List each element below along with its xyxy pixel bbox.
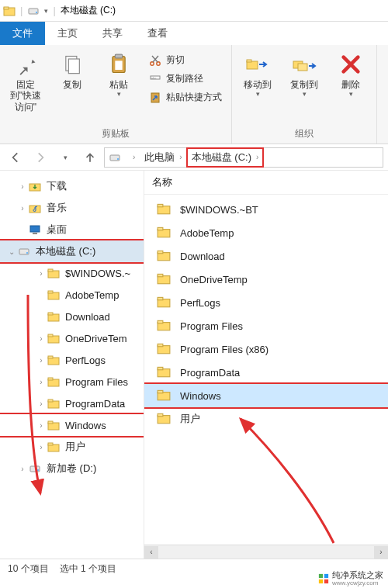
copy-button[interactable]: 复制 xyxy=(51,48,93,93)
paste-label: 粘贴 xyxy=(109,79,128,90)
svg-rect-37 xyxy=(48,378,53,380)
paste-shortcut-icon xyxy=(149,92,161,104)
tree-download[interactable]: Download xyxy=(0,306,144,327)
pin-icon xyxy=(12,51,39,78)
folder-icon xyxy=(157,248,172,264)
list-item-windows[interactable]: Windows xyxy=(144,384,388,407)
svg-rect-65 xyxy=(158,413,163,416)
paste-shortcut-button[interactable]: 粘贴快捷方式 xyxy=(144,88,227,106)
group-organize: 移动到 ▾ 复制到 ▾ 删除 ▾ 组织 xyxy=(232,45,377,144)
folder-icon xyxy=(157,341,172,357)
svg-rect-69 xyxy=(324,579,328,583)
tree-onedrive[interactable]: ›OneDriveTem xyxy=(0,327,144,349)
group-clipboard: 固定到"快速访问" 复制 粘贴 ▾ 剪切 xyxy=(0,45,232,144)
copy-to-icon xyxy=(291,51,317,78)
tree-music[interactable]: ›音乐 xyxy=(0,197,144,219)
copy-path-label: 复制路径 xyxy=(166,72,203,85)
chevron-down-icon: ▾ xyxy=(303,90,307,98)
list-item[interactable]: PerfLogs xyxy=(144,291,388,314)
svg-rect-23 xyxy=(33,233,37,234)
tree-desktop[interactable]: 桌面 xyxy=(0,219,144,240)
scroll-track[interactable] xyxy=(158,546,374,559)
move-to-button[interactable]: 移动到 ▾ xyxy=(237,48,279,101)
copy-label: 复制 xyxy=(63,79,81,90)
list-item[interactable]: Download xyxy=(144,244,388,268)
svg-rect-66 xyxy=(319,574,323,578)
scroll-left-button[interactable]: ‹ xyxy=(144,546,158,559)
tree-drive-c[interactable]: ⌄本地磁盘 (C:) xyxy=(0,240,144,262)
nav-back-button[interactable] xyxy=(5,147,26,168)
chevron-down-icon: ▾ xyxy=(349,90,353,98)
folder-icon xyxy=(3,5,16,17)
folder-icon xyxy=(157,411,172,427)
ribbon: 固定到"快速访问" 复制 粘贴 ▾ 剪切 xyxy=(0,45,388,144)
watermark-url: www.ycwjzy.com xyxy=(332,580,383,586)
tree-perflogs[interactable]: ›PerfLogs xyxy=(0,349,144,371)
horizontal-scrollbar[interactable]: ‹ › xyxy=(144,545,388,559)
tree-windows[interactable]: ›Windows xyxy=(0,414,144,436)
tab-view[interactable]: 查看 xyxy=(135,22,180,45)
svg-rect-7 xyxy=(115,54,122,58)
list-item[interactable]: OneDriveTemp xyxy=(144,268,388,291)
list-item[interactable]: AdobeTemp xyxy=(144,221,388,244)
list-item[interactable]: Program Files (x86) xyxy=(144,337,388,361)
move-to-label: 移动到 xyxy=(244,79,272,90)
folder-icon xyxy=(157,388,172,403)
move-to-icon xyxy=(244,51,271,78)
list-item[interactable]: Program Files xyxy=(144,314,388,337)
column-header-name[interactable]: 名称 xyxy=(144,171,388,195)
watermark: 纯净系统之家 www.ycwjzy.com xyxy=(318,571,383,586)
tab-file[interactable]: 文件 xyxy=(0,22,45,45)
music-icon xyxy=(28,201,42,215)
tree-program-data[interactable]: ›ProgramData xyxy=(0,393,144,414)
tab-home[interactable]: 主页 xyxy=(45,22,90,45)
list-item[interactable]: $WINDOWS.~BT xyxy=(144,198,388,221)
nav-history-button[interactable]: ▾ xyxy=(54,147,76,168)
copy-path-button[interactable]: abc 复制路径 xyxy=(144,70,227,88)
tree-program-files[interactable]: ›Program Files xyxy=(0,371,144,393)
address-bar[interactable]: › 此电脑› 本地磁盘 (C:)› xyxy=(104,147,383,168)
breadcrumb-root[interactable]: › xyxy=(125,148,140,167)
tree-drive-d[interactable]: ›新加卷 (D:) xyxy=(0,458,144,479)
breadcrumb-this-pc[interactable]: 此电脑› xyxy=(140,148,186,167)
nav-up-button[interactable] xyxy=(79,147,101,168)
file-list-pane: 名称 $WINDOWS.~BT AdobeTemp Download OneDr… xyxy=(144,171,388,559)
paste-icon xyxy=(106,51,132,78)
svg-rect-51 xyxy=(158,251,163,253)
file-list: $WINDOWS.~BT AdobeTemp Download OneDrive… xyxy=(144,195,388,434)
tree-downloads[interactable]: ›下载 xyxy=(0,175,144,197)
nav-forward-button[interactable] xyxy=(29,147,51,168)
qat-separator: | xyxy=(20,5,23,16)
list-item[interactable]: ProgramData xyxy=(144,361,388,384)
svg-rect-22 xyxy=(30,226,40,232)
svg-rect-49 xyxy=(158,227,163,230)
list-item[interactable]: 用户 xyxy=(144,407,388,431)
copy-icon xyxy=(59,51,85,78)
tab-share[interactable]: 共享 xyxy=(90,22,135,45)
navbar: ▾ › 此电脑› 本地磁盘 (C:)› xyxy=(0,144,388,171)
main-split: ›下载 ›音乐 桌面 ⌄本地磁盘 (C:) ›$WINDOWS.~ AdobeT… xyxy=(0,171,388,559)
nav-tree[interactable]: ›下载 ›音乐 桌面 ⌄本地磁盘 (C:) ›$WINDOWS.~ AdobeT… xyxy=(0,171,144,559)
window-title: 本地磁盘 (C:) xyxy=(61,4,116,17)
delete-icon xyxy=(338,51,364,78)
delete-button[interactable]: 删除 ▾ xyxy=(330,48,372,101)
svg-rect-8 xyxy=(115,61,122,70)
folder-icon xyxy=(157,365,172,380)
scroll-right-button[interactable]: › xyxy=(374,546,388,559)
svg-rect-5 xyxy=(68,59,79,74)
svg-point-10 xyxy=(157,61,160,64)
qat-dropdown-icon[interactable]: ▾ xyxy=(44,7,48,15)
breadcrumb-drive-c[interactable]: 本地磁盘 (C:)› xyxy=(187,148,264,167)
tree-adobe[interactable]: AdobeTemp xyxy=(0,284,144,306)
paste-button[interactable]: 粘贴 ▾ xyxy=(98,48,140,101)
folder-icon xyxy=(47,396,61,410)
folder-icon xyxy=(47,310,61,323)
svg-text:abc: abc xyxy=(151,75,156,79)
folder-icon xyxy=(47,266,61,280)
cut-button[interactable]: 剪切 xyxy=(144,51,227,69)
copy-to-button[interactable]: 复制到 ▾ xyxy=(283,48,325,101)
tree-windows-bt[interactable]: ›$WINDOWS.~ xyxy=(0,262,144,284)
tree-users[interactable]: ›用户 xyxy=(0,436,144,458)
svg-rect-27 xyxy=(48,269,53,272)
pin-button[interactable]: 固定到"快速访问" xyxy=(5,48,47,116)
